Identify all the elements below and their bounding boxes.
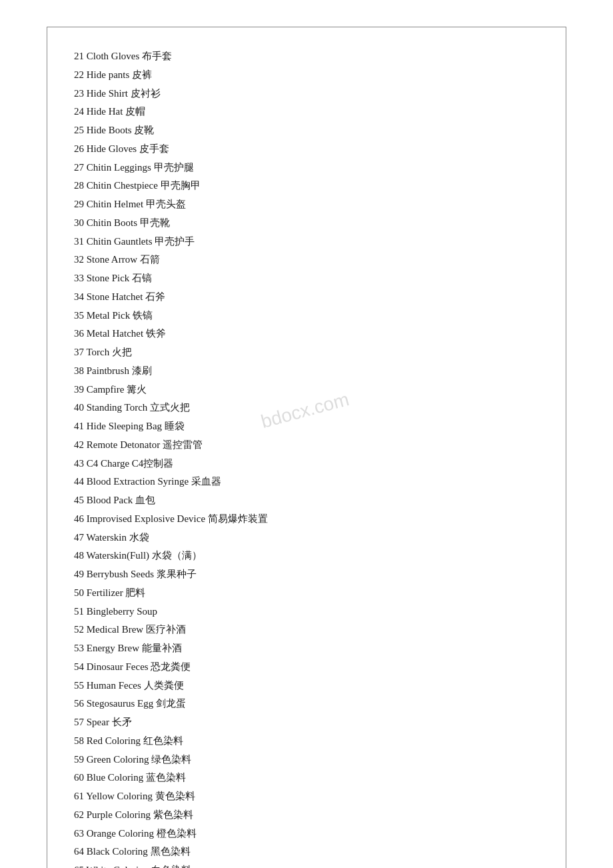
list-item: 60 Blue Coloring 蓝色染料 (74, 769, 539, 787)
list-item: 34 Stone Hatchet 石斧 (74, 288, 539, 307)
list-item: 35 Metal Pick 铁镐 (74, 307, 539, 325)
list-item: 27 Chitin Leggings 甲壳护腿 (74, 159, 539, 177)
list-item: 53 Energy Brew 能量补酒 (74, 639, 539, 658)
list-item: 45 Blood Pack 血包 (74, 491, 539, 510)
list-item: 40 Standing Torch 立式火把 (74, 399, 539, 417)
list-item: 42 Remote Detonator 遥控雷管 (74, 436, 539, 455)
list-item: 52 Medical Brew 医疗补酒 (74, 621, 539, 639)
list-item: 24 Hide Hat 皮帽 (74, 103, 539, 121)
list-item: 29 Chitin Helmet 甲壳头盔 (74, 195, 539, 214)
list-item: 49 Berrybush Seeds 浆果种子 (74, 565, 539, 584)
list-item: 33 Stone Pick 石镐 (74, 269, 539, 288)
list-item: 56 Stegosaurus Egg 剑龙蛋 (74, 695, 539, 713)
list-item: 47 Waterskin 水袋 (74, 529, 539, 547)
list-item: 26 Hide Gloves 皮手套 (74, 140, 539, 159)
list-item: 62 Purple Coloring 紫色染料 (74, 806, 539, 825)
list-item: 39 Campfire 篝火 (74, 381, 539, 399)
list-item: 48 Waterskin(Full) 水袋（满） (74, 547, 539, 565)
list-item: 30 Chitin Boots 甲壳靴 (74, 214, 539, 233)
list-item: 43 C4 Charge C4控制器 (74, 455, 539, 473)
list-item: 63 Orange Coloring 橙色染料 (74, 825, 539, 843)
list-item: 55 Human Feces 人类粪便 (74, 677, 539, 695)
list-item: 37 Torch 火把 (74, 343, 539, 362)
list-item: 54 Dinosaur Feces 恐龙粪便 (74, 658, 539, 677)
list-item: 65 White Coloring 白色染料 (74, 861, 539, 868)
list-item: 21 Cloth Gloves 布手套 (74, 47, 539, 66)
list-item: 50 Fertilizer 肥料 (74, 584, 539, 603)
list-item: 59 Green Coloring 绿色染料 (74, 751, 539, 769)
list-item: 22 Hide pants 皮裤 (74, 66, 539, 85)
list-item: 23 Hide Shirt 皮衬衫 (74, 85, 539, 103)
list-item: 31 Chitin Gauntlets 甲壳护手 (74, 233, 539, 251)
list-item: 38 Paintbrush 漆刷 (74, 362, 539, 381)
list-item: 28 Chitin Chestpiece 甲壳胸甲 (74, 177, 539, 195)
list-item: 36 Metal Hatchet 铁斧 (74, 325, 539, 343)
content-container: 21 Cloth Gloves 布手套22 Hide pants 皮裤23 Hi… (47, 27, 566, 868)
item-list: 21 Cloth Gloves 布手套22 Hide pants 皮裤23 Hi… (74, 47, 539, 868)
list-item: 32 Stone Arrow 石箭 (74, 251, 539, 269)
list-item: 41 Hide Sleeping Bag 睡袋 (74, 417, 539, 436)
list-item: 58 Red Coloring 红色染料 (74, 732, 539, 751)
list-item: 46 Improvised Explosive Device 简易爆炸装置 (74, 510, 539, 529)
list-item: 64 Black Coloring 黑色染料 (74, 843, 539, 861)
list-item: 25 Hide Boots 皮靴 (74, 121, 539, 140)
list-item: 44 Blood Extraction Syringe 采血器 (74, 473, 539, 491)
list-item: 57 Spear 长矛 (74, 713, 539, 732)
list-item: 51 Bingleberry Soup (74, 603, 539, 621)
list-item: 61 Yellow Coloring 黄色染料 (74, 787, 539, 806)
